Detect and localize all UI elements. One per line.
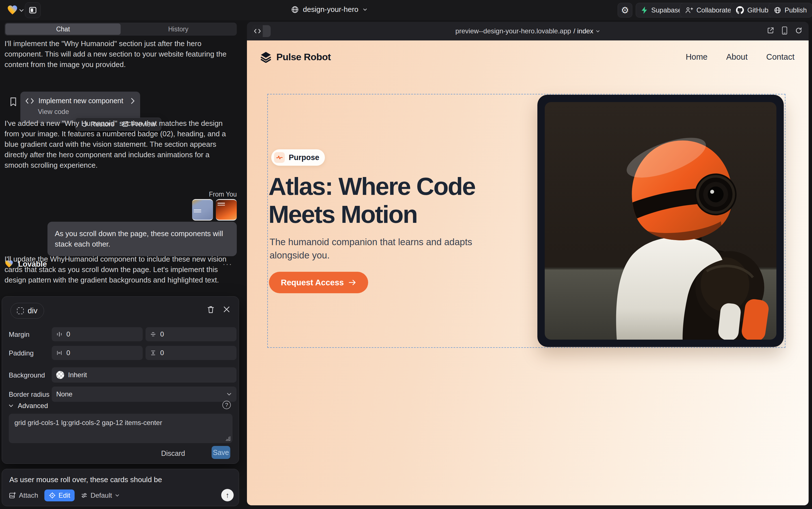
nav-contact[interactable]: Contact xyxy=(766,52,795,62)
padding-x-input[interactable]: 0 xyxy=(52,346,143,360)
attachment-thumbnail-blue[interactable] xyxy=(192,199,213,220)
chevron-down-icon xyxy=(363,8,368,11)
model-mode-select[interactable]: Default xyxy=(81,491,120,499)
assistant-message: I'll update the WhyHumanoid component to… xyxy=(4,254,232,285)
chevron-down-icon[interactable] xyxy=(19,8,24,12)
github-button[interactable]: GitHub xyxy=(731,3,774,18)
background-input[interactable]: Inherit xyxy=(52,367,236,383)
settings-button[interactable]: ⚙ xyxy=(618,3,632,18)
add-user-icon xyxy=(685,6,693,14)
publish-globe-icon xyxy=(774,6,781,14)
padding-y-icon xyxy=(150,350,156,356)
component-card-title: Implement new component xyxy=(38,97,123,105)
from-you-label: From You xyxy=(209,191,237,198)
preview-panel: preview--design-your-hero.lovable.app / … xyxy=(247,22,809,505)
margin-y-input[interactable]: 0 xyxy=(146,327,236,341)
chevron-down-icon xyxy=(226,392,232,396)
assistant-message: I'll implement the "Why Humanoid" sectio… xyxy=(4,38,232,70)
chevron-down-icon xyxy=(596,30,600,33)
request-access-button[interactable]: Request Access xyxy=(269,272,368,293)
border-radius-label: Border radius xyxy=(9,391,49,399)
layers-logo-icon xyxy=(260,51,272,63)
preview-url[interactable]: preview--design-your-hero.lovable.app / … xyxy=(247,22,809,40)
site-header: Pulse Robot Home About Contact xyxy=(260,49,795,65)
advanced-section-toggle[interactable]: Advanced xyxy=(8,402,48,410)
nav-home[interactable]: Home xyxy=(686,52,707,62)
padding-y-input[interactable]: 0 xyxy=(146,346,236,360)
chevron-right-icon xyxy=(131,98,135,104)
hero-heading: Atlas: Where Code Meets Motion xyxy=(268,172,475,229)
attach-image-icon xyxy=(9,492,16,499)
refresh-icon[interactable] xyxy=(795,27,802,34)
chat-history-tabs: Chat History xyxy=(4,23,237,36)
lovable-logo-icon[interactable] xyxy=(7,4,18,16)
top-bar: design-your-hero ⚙ Supabase Collaborate … xyxy=(0,0,812,20)
save-button[interactable]: Save xyxy=(212,446,230,459)
tab-chat[interactable]: Chat xyxy=(5,24,121,35)
mobile-view-icon[interactable] xyxy=(781,26,788,35)
open-in-new-tab-icon[interactable] xyxy=(767,27,774,34)
purpose-badge: Purpose xyxy=(271,149,325,166)
project-name: design-your-hero xyxy=(303,5,359,14)
bookmark-icon[interactable] xyxy=(10,97,17,106)
close-icon[interactable] xyxy=(223,306,230,313)
code-icon xyxy=(26,98,34,104)
arrow-right-icon xyxy=(348,279,356,285)
margin-x-icon xyxy=(56,331,63,337)
preview-page: / index xyxy=(573,27,593,35)
attachment-thumbnail-orange[interactable] xyxy=(216,199,237,220)
target-icon xyxy=(49,492,56,499)
advanced-classes-textarea[interactable]: grid grid-cols-1 lg:grid-cols-2 gap-12 i… xyxy=(9,414,232,443)
element-box-icon xyxy=(17,307,24,314)
supabase-button[interactable]: Supabase xyxy=(636,3,687,18)
site-canvas: Pulse Robot Home About Contact Purpose A… xyxy=(247,40,809,505)
github-icon xyxy=(736,6,744,14)
background-label: Background xyxy=(9,371,45,379)
sliders-icon xyxy=(81,492,87,499)
preview-domain: preview--design-your-hero.lovable.app xyxy=(455,27,571,35)
supabase-bolt-icon xyxy=(641,6,648,14)
pulse-icon xyxy=(276,154,283,161)
transparency-swatch-icon xyxy=(56,371,64,379)
gear-icon: ⚙ xyxy=(621,6,629,15)
discard-button[interactable]: Discard xyxy=(161,449,185,457)
preview-toolbar: preview--design-your-hero.lovable.app / … xyxy=(247,22,809,40)
project-switcher[interactable]: design-your-hero xyxy=(291,5,368,14)
element-inspector-panel: div Margin 0 0 Padding 0 0 Background In… xyxy=(2,296,239,464)
chat-composer[interactable]: As user mouse roll over, these cards sho… xyxy=(2,469,239,506)
globe-icon xyxy=(291,6,299,13)
hero-image-card xyxy=(538,95,784,347)
border-radius-select[interactable]: None xyxy=(52,386,236,402)
selected-element-chip[interactable]: div xyxy=(10,303,44,319)
delete-element-button[interactable] xyxy=(207,306,215,314)
help-icon[interactable]: ? xyxy=(222,401,231,409)
view-code-link[interactable]: View code xyxy=(20,105,140,116)
chevron-down-icon xyxy=(115,494,120,497)
tab-history[interactable]: History xyxy=(121,24,236,35)
hero-subtitle: The humanoid companion that learns and a… xyxy=(269,236,484,262)
attach-button[interactable]: Attach xyxy=(9,491,38,499)
sidebar-toggle-button[interactable] xyxy=(25,2,41,18)
site-nav: Home About Contact xyxy=(686,52,795,62)
assistant-message: I've added a new "Why Humanoid" section … xyxy=(4,118,232,171)
composer-input[interactable]: As user mouse roll over, these cards sho… xyxy=(9,475,162,484)
user-message-bubble: As you scroll down the page, these compo… xyxy=(47,222,237,256)
margin-y-icon xyxy=(150,331,156,337)
nav-about[interactable]: About xyxy=(726,52,747,62)
margin-x-input[interactable]: 0 xyxy=(52,327,143,341)
collaborate-button[interactable]: Collaborate xyxy=(680,3,737,18)
edit-mode-button[interactable]: Edit xyxy=(44,489,75,501)
padding-label: Padding xyxy=(9,349,34,357)
publish-button[interactable]: Publish xyxy=(769,3,812,18)
robot-image xyxy=(545,102,776,340)
send-button[interactable]: ↑ xyxy=(221,489,234,501)
site-brand[interactable]: Pulse Robot xyxy=(260,51,331,63)
resize-handle[interactable] xyxy=(226,436,230,441)
margin-label: Margin xyxy=(9,331,29,338)
padding-x-icon xyxy=(56,350,63,356)
element-tag: div xyxy=(28,307,38,315)
chevron-down-icon xyxy=(8,404,14,408)
